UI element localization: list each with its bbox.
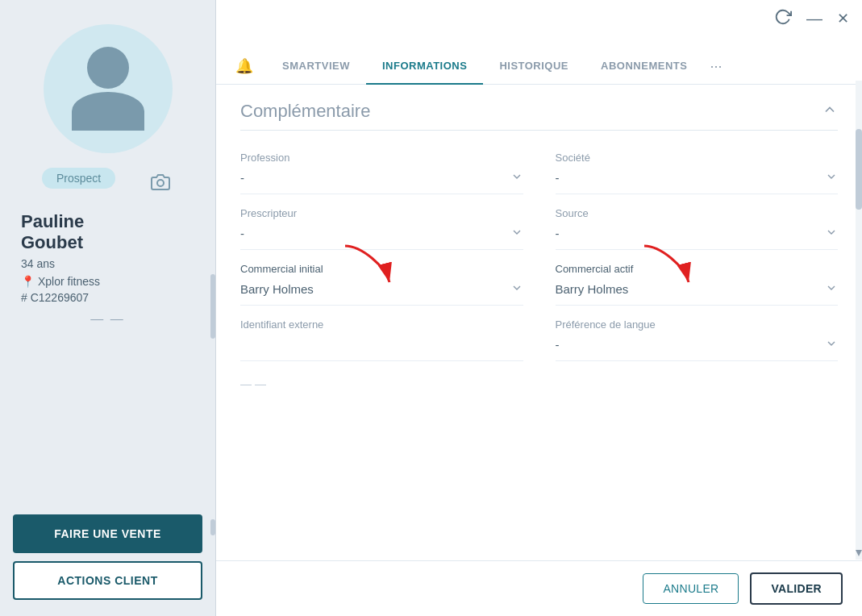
form-grid: Profession - Société -: [240, 139, 838, 250]
commercial-actif-value: Barry Holmes: [556, 282, 629, 296]
collapse-icon[interactable]: [822, 102, 838, 122]
minimize-button[interactable]: —: [806, 10, 822, 27]
societe-label: Société: [556, 152, 839, 164]
tab-informations[interactable]: INFORMATIONS: [366, 48, 483, 85]
avatar-body: [72, 92, 144, 131]
tab-more-icon[interactable]: ···: [710, 58, 722, 75]
commercial-actif-value-row: Barry Holmes: [556, 281, 839, 297]
user-name: Pauline Goubet: [21, 211, 202, 254]
sidebar-scrollbar-bottom: [210, 519, 215, 535]
profession-chevron[interactable]: [510, 170, 523, 185]
user-info: Pauline Goubet 34 ans 📍 Xplor fitness # …: [13, 211, 202, 304]
location-icon: 📍: [21, 275, 35, 288]
commercial-actif-field: Commercial actif Barry Holmes: [556, 250, 839, 306]
user-location: 📍 Xplor fitness: [21, 275, 202, 288]
commercial-initial-value: Barry Holmes: [240, 282, 314, 296]
sidebar-scrollbar: [210, 274, 215, 339]
avatar: [44, 24, 173, 153]
commercial-initial-label: Commercial initial: [240, 263, 523, 275]
main-content: — ✕ 🔔 SMARTVIEW INFORMATIONS HISTORIQUE …: [216, 0, 862, 616]
close-button[interactable]: ✕: [837, 11, 849, 26]
prospect-badge: Prospect: [42, 168, 115, 189]
source-label: Source: [556, 207, 839, 219]
societe-value-row: -: [556, 170, 839, 185]
societe-value: -: [556, 171, 560, 185]
camera-icon[interactable]: [148, 169, 173, 195]
tab-historique[interactable]: HISTORIQUE: [483, 48, 585, 85]
commercial-initial-field: Commercial initial Barry Holmes: [240, 250, 523, 306]
sale-button[interactable]: FAIRE UNE VENTE: [13, 514, 202, 553]
sidebar-buttons: FAIRE UNE VENTE ACTIONS CLIENT: [0, 514, 215, 616]
actions-button[interactable]: ACTIONS CLIENT: [13, 561, 202, 600]
tab-smartview[interactable]: SMARTVIEW: [266, 48, 366, 85]
identifiant-label: Identifiant externe: [240, 318, 523, 331]
profession-field: Profession -: [240, 139, 523, 194]
scroll-track: [856, 81, 862, 560]
scroll-thumb[interactable]: [856, 129, 862, 210]
commercial-row: Commercial initial Barry Holmes: [240, 250, 838, 306]
user-id: # C12269607: [21, 291, 202, 304]
profession-label: Profession: [240, 152, 523, 164]
preference-chevron[interactable]: [825, 337, 838, 352]
commercial-actif-chevron[interactable]: [825, 281, 838, 297]
refresh-button[interactable]: [774, 8, 792, 28]
source-value: -: [556, 227, 560, 240]
societe-chevron[interactable]: [825, 170, 838, 185]
source-value-row: -: [556, 226, 839, 241]
source-chevron[interactable]: [825, 226, 838, 241]
commercial-initial-chevron[interactable]: [510, 281, 523, 297]
commercial-actif-label: Commercial actif: [556, 263, 839, 275]
identifiant-field: Identifiant externe: [240, 306, 523, 361]
svg-marker-3: [856, 550, 862, 556]
scroll-arrow-down[interactable]: [856, 547, 862, 560]
sidebar-dots: — —: [90, 312, 124, 327]
more-content-indicator: — —: [240, 377, 838, 390]
avatar-person: [72, 47, 144, 131]
tab-abonnements[interactable]: ABONNEMENTS: [585, 48, 703, 85]
source-field: Source -: [556, 194, 839, 250]
badge-row: Prospect: [13, 168, 202, 197]
profession-value: -: [240, 171, 244, 185]
avatar-head: [87, 47, 129, 89]
preference-value: -: [556, 338, 560, 352]
annuler-button[interactable]: ANNULER: [643, 573, 739, 604]
prescripteur-value-row: -: [240, 226, 523, 241]
preference-value-row: -: [556, 337, 839, 352]
prescripteur-field: Prescripteur -: [240, 194, 523, 250]
bottom-bar: ANNULER VALIDER: [216, 560, 862, 616]
tabs-bar: 🔔 SMARTVIEW INFORMATIONS HISTORIQUE ABON…: [216, 0, 862, 85]
svg-point-0: [157, 180, 164, 186]
section-title: Complémentaire: [240, 101, 370, 122]
preference-label: Préférence de langue: [556, 318, 839, 331]
valider-button[interactable]: VALIDER: [750, 572, 843, 605]
user-age: 34 ans: [21, 257, 202, 270]
prescripteur-value: -: [240, 227, 244, 240]
app-window: Prospect Pauline Goubet 34 ans 📍 Xplor f…: [0, 0, 862, 616]
preference-field: Préférence de langue -: [556, 306, 839, 361]
section-header: Complémentaire: [240, 101, 838, 131]
bell-icon[interactable]: 🔔: [235, 57, 253, 75]
sidebar: Prospect Pauline Goubet 34 ans 📍 Xplor f…: [0, 0, 216, 616]
prescripteur-label: Prescripteur: [240, 207, 523, 219]
prescripteur-chevron[interactable]: [510, 226, 523, 241]
societe-field: Société -: [556, 139, 839, 194]
window-controls: — ✕: [774, 8, 849, 28]
scrollable-area: Complémentaire Profession -: [216, 85, 862, 616]
profession-value-row: -: [240, 170, 523, 185]
form-grid-2: Identifiant externe Préférence de langue…: [240, 306, 838, 361]
commercial-initial-value-row: Barry Holmes: [240, 281, 523, 297]
